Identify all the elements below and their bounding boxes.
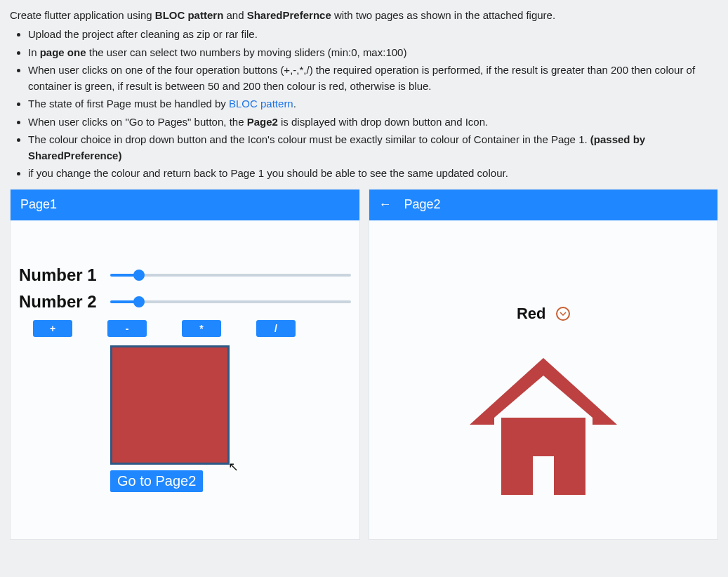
page2-mock: ← Page2 Red xyxy=(369,189,719,540)
result-container xyxy=(110,345,230,465)
number2-row: Number 2 xyxy=(19,292,351,312)
multiply-button[interactable]: * xyxy=(182,320,221,337)
page1-title: Page1 xyxy=(20,197,57,212)
slider-thumb-icon[interactable] xyxy=(133,296,145,307)
number1-row: Number 1 xyxy=(19,265,351,285)
dropdown-value: Red xyxy=(517,305,546,323)
bullet-list: Upload the project after cleaning as zip… xyxy=(10,26,718,181)
operations-row: + - * / xyxy=(33,320,351,337)
title-line: Create flutter application using BLOC pa… xyxy=(10,7,718,23)
bullet-operations: When user clicks on one of the four oper… xyxy=(28,62,718,95)
bloc-pattern-link: BLOC pattern xyxy=(229,98,293,110)
title-pre: Create flutter application using xyxy=(10,9,155,21)
bullet-colour-sync: The colour choice in drop down button an… xyxy=(28,131,718,164)
page2-appbar: ← Page2 xyxy=(369,190,718,220)
colour-dropdown[interactable]: Red xyxy=(517,305,570,323)
number1-slider[interactable] xyxy=(110,273,351,277)
page2-title: Page2 xyxy=(404,197,441,212)
bullet-upload: Upload the project after cleaning as zip… xyxy=(28,26,718,42)
number2-slider[interactable] xyxy=(110,300,351,304)
number2-label: Number 2 xyxy=(19,292,110,312)
page1-mock: Page1 Number 1 Number 2 + xyxy=(10,189,360,540)
slider-thumb-icon[interactable] xyxy=(133,270,145,281)
bullet-page-one: In page one the user can select two numb… xyxy=(28,44,718,60)
bullet-page2-nav: When user clicks on "Go to Pages" button… xyxy=(28,114,718,130)
page1-body: Number 1 Number 2 + - * / xyxy=(11,220,359,500)
title-sharedpref: SharedPrefernce xyxy=(247,9,331,21)
divide-button[interactable]: / xyxy=(256,320,296,337)
title-bloc: BLOC pattern xyxy=(155,9,224,21)
chevron-down-icon xyxy=(556,307,570,321)
back-arrow-icon[interactable]: ← xyxy=(379,197,392,212)
home-icon xyxy=(463,351,624,498)
mockup-row: Page1 Number 1 Number 2 + xyxy=(10,189,718,540)
page2-body: Red xyxy=(369,220,718,505)
go-to-page2-button[interactable]: Go to Page2 xyxy=(110,470,203,492)
bullet-bloc-state: The state of first Page must be handled … xyxy=(28,95,718,112)
svg-rect-2 xyxy=(533,456,554,495)
bullet-return-colour: if you change the colour and return back… xyxy=(28,165,718,181)
assignment-instructions: Create flutter application using BLOC pa… xyxy=(10,7,718,182)
add-button[interactable]: + xyxy=(33,320,72,337)
cursor-icon: ↖ xyxy=(228,459,239,475)
page1-appbar: Page1 xyxy=(11,190,359,220)
svg-marker-0 xyxy=(470,358,617,425)
number1-label: Number 1 xyxy=(19,265,110,285)
subtract-button[interactable]: - xyxy=(107,320,147,337)
